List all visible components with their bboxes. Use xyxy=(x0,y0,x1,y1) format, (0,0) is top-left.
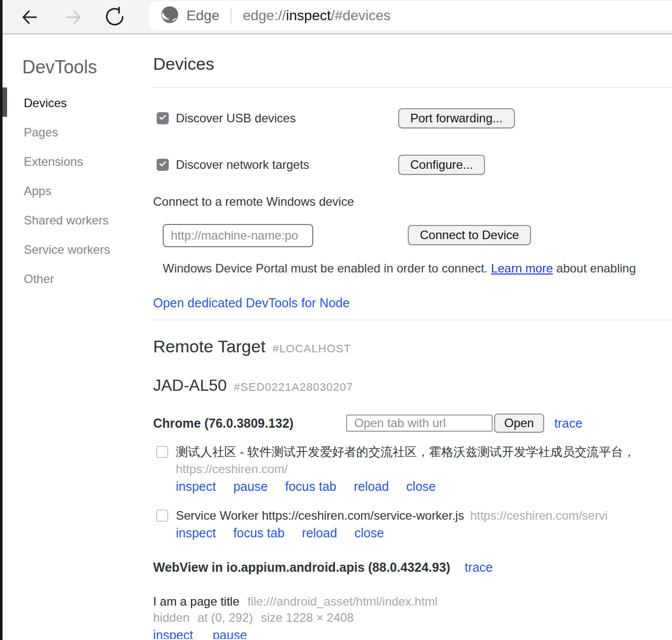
browser-toolbar: Edge edge://inspect/#devices xyxy=(0,0,672,34)
remote-target-heading: Remote Target#LOCALHOST xyxy=(153,336,672,359)
sidebar-nav: Devices Pages Extensions Apps Shared wor… xyxy=(24,88,153,294)
focus-tab-link[interactable]: focus tab xyxy=(285,479,336,493)
reload-button[interactable] xyxy=(104,6,124,26)
tab-details: Service Worker https://ceshiren.com/serv… xyxy=(176,508,608,542)
divider xyxy=(153,319,672,321)
sidebar-item-extensions[interactable]: Extensions xyxy=(24,147,153,176)
discover-network-checkbox[interactable] xyxy=(157,159,169,171)
address-bar[interactable]: Edge edge://inspect/#devices xyxy=(149,1,672,30)
sidebar-item-shared-workers[interactable]: Shared workers xyxy=(24,206,153,235)
configure-button[interactable]: Configure... xyxy=(398,155,485,175)
sidebar-item-other[interactable]: Other xyxy=(24,264,153,294)
edge-logo-icon xyxy=(160,5,179,26)
reload-icon xyxy=(104,6,124,27)
service-worker-title: Service Worker https://ceshiren.com/serv… xyxy=(176,508,608,523)
device-serial: #SED0221A28030207 xyxy=(234,381,353,393)
tab-title: 测试人社区 - 软件测试开发爱好者的交流社区，霍格沃兹测试开发学社成员交流平台， xyxy=(176,444,635,460)
tab-checkbox[interactable] xyxy=(156,446,168,458)
webview-page-actions: inspect pause xyxy=(153,627,672,639)
node-devtools-line: Open dedicated DevTools for Node xyxy=(153,296,672,310)
discover-network-row: Discover network targets Configure... xyxy=(153,155,672,175)
discover-network-label: Discover network targets xyxy=(176,158,309,172)
tab-row: 测试人社区 - 软件测试开发爱好者的交流社区，霍格沃兹测试开发学社成员交流平台，… xyxy=(153,444,672,496)
webview-page-position: at (0, 292) xyxy=(198,611,253,624)
close-link[interactable]: close xyxy=(355,526,384,540)
tab-checkbox[interactable] xyxy=(156,510,168,522)
chrome-browser-row: Chrome (76.0.3809.132) Open trace xyxy=(153,413,672,433)
webview-row: WebView in io.appium.android.apis (88.0.… xyxy=(153,560,672,577)
pause-link[interactable]: pause xyxy=(233,479,268,493)
browser-name-label: Edge xyxy=(186,8,219,24)
divider xyxy=(153,87,672,88)
sidebar-item-service-workers[interactable]: Service workers xyxy=(24,235,153,264)
tab-row: Service Worker https://ceshiren.com/serv… xyxy=(153,508,672,542)
back-arrow-icon xyxy=(19,7,39,27)
sidebar-item-devices[interactable]: Devices xyxy=(24,88,153,118)
devtools-title: DevTools xyxy=(22,57,153,77)
focus-tab-link[interactable]: focus tab xyxy=(233,526,284,540)
inspect-link[interactable]: inspect xyxy=(176,479,216,493)
tab-details: 测试人社区 - 软件测试开发爱好者的交流社区，霍格沃兹测试开发学社成员交流平台，… xyxy=(176,444,635,496)
remote-windows-heading: Connect to a remote Windows device xyxy=(153,195,672,209)
tab-actions: inspect pause focus tab reload close xyxy=(176,479,635,496)
port-forwarding-button[interactable]: Port forwarding... xyxy=(398,108,515,128)
discover-usb-label: Discover USB devices xyxy=(176,111,296,125)
webview-trace-link[interactable]: trace xyxy=(465,560,493,574)
checkmark-icon xyxy=(158,159,167,170)
reload-link[interactable]: reload xyxy=(302,526,338,540)
close-link[interactable]: close xyxy=(406,479,436,493)
address-separator xyxy=(230,8,231,23)
webview-title: WebView in io.appium.android.apis (88.0.… xyxy=(153,560,450,574)
inspect-link[interactable]: inspect xyxy=(153,628,193,639)
window-left-edge xyxy=(0,0,3,640)
chrome-version-title: Chrome (76.0.3809.132) xyxy=(153,416,294,430)
service-worker-url: https://ceshiren.com/servi xyxy=(470,509,607,522)
sidebar-item-apps[interactable]: Apps xyxy=(24,176,153,206)
learn-more-link[interactable]: Learn more xyxy=(491,261,553,275)
device-portal-note: Windows Device Portal must be enabled in… xyxy=(153,261,672,276)
open-button[interactable]: Open xyxy=(494,414,544,433)
remote-windows-row: Connect to Device xyxy=(153,224,672,247)
forward-button[interactable] xyxy=(64,7,84,27)
sidebar-selected-indicator xyxy=(2,87,7,117)
webview-page-entry: I am a page titlefile:///android_asset/h… xyxy=(153,594,672,639)
page-title: Devices xyxy=(153,54,672,74)
open-tab-url-input[interactable] xyxy=(346,415,493,432)
machine-url-input[interactable] xyxy=(163,224,313,247)
open-node-devtools-link[interactable]: Open dedicated DevTools for Node xyxy=(153,296,350,310)
sidebar: DevTools Devices Pages Extensions Apps S… xyxy=(0,34,153,639)
main-content: Devices Discover USB devices Port forwar… xyxy=(153,34,672,639)
reload-link[interactable]: reload xyxy=(354,479,389,493)
url-text: edge://inspect/#devices xyxy=(243,8,391,24)
webview-page-status-line: hiddenat (0, 292)size 1228 × 2408 xyxy=(153,610,672,625)
sidebar-item-pages[interactable]: Pages xyxy=(24,118,153,147)
tab-actions: inspect focus tab reload close xyxy=(176,525,608,542)
discover-usb-checkbox[interactable] xyxy=(157,112,169,124)
inspect-link[interactable]: inspect xyxy=(176,526,216,540)
webview-page-title: I am a page title xyxy=(153,595,239,608)
forward-arrow-icon xyxy=(64,7,84,27)
webview-page-size: size 1228 × 2408 xyxy=(261,611,353,624)
webview-page-url: file:///android_asset/html/index.html xyxy=(248,595,438,608)
chrome-trace-link[interactable]: trace xyxy=(554,413,583,433)
localhost-tag: #LOCALHOST xyxy=(272,342,351,355)
webview-page-title-line: I am a page titlefile:///android_asset/h… xyxy=(153,594,672,609)
discover-usb-row: Discover USB devices Port forwarding... xyxy=(153,108,672,128)
webview-page-visibility: hidden xyxy=(153,611,189,624)
checkmark-icon xyxy=(158,113,167,124)
device-heading: JAD-AL50#SED0221A28030207 xyxy=(153,376,672,397)
tab-url: https://ceshiren.com/ xyxy=(176,462,635,477)
back-button[interactable] xyxy=(19,7,39,27)
connect-to-device-button[interactable]: Connect to Device xyxy=(408,225,531,245)
pause-link[interactable]: pause xyxy=(213,628,247,639)
